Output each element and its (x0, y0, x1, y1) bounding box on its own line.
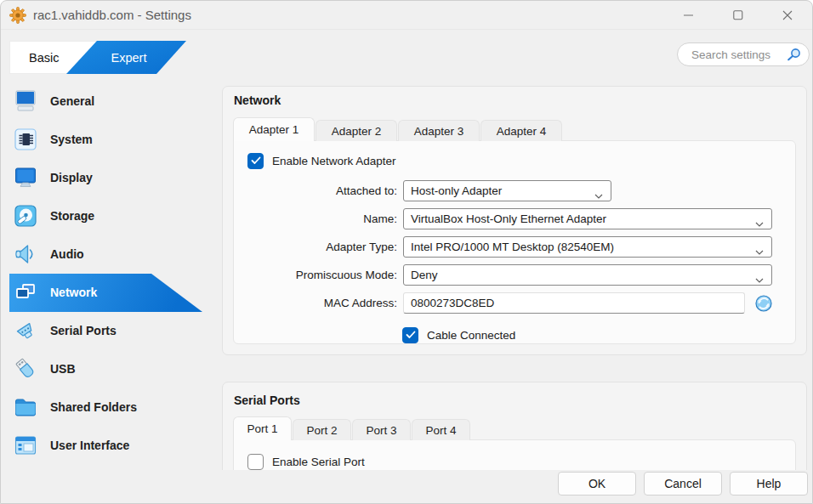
promiscuous-mode-select[interactable]: Deny (403, 264, 772, 286)
network-panel: Network Adapter 1 Adapter 2 Adapter 3 Ad… (222, 86, 807, 355)
tab-port-1[interactable]: Port 1 (233, 416, 292, 440)
close-button[interactable] (763, 1, 812, 30)
serial-panel-title: Serial Ports (234, 394, 300, 407)
sidebar-item-label: User Interface (50, 427, 129, 465)
cable-connected-label: Cable Connected (427, 329, 515, 342)
attached-to-label: Attached to: (247, 184, 397, 197)
minimize-button[interactable] (664, 1, 714, 30)
refresh-icon[interactable] (753, 292, 775, 314)
maximize-button[interactable] (714, 1, 763, 30)
sidebar-item-shared-folders[interactable]: Shared Folders (1, 388, 215, 427)
adapter-type-row: Adapter Type: Intel PRO/1000 MT Desktop … (247, 236, 795, 258)
chevron-down-icon (755, 245, 764, 258)
tab-expert-label: Expert (111, 51, 147, 65)
sidebar-item-label: Storage (50, 197, 94, 235)
window-title: rac1.vahiddb.com - Settings (33, 1, 191, 30)
sidebar-item-label: Network (50, 274, 97, 312)
serial-connector-icon (13, 318, 38, 343)
sidebar-item-label: General (50, 82, 94, 121)
name-row: Name: VirtualBox Host-Only Ethernet Adap… (247, 208, 795, 229)
sidebar-item-user-interface[interactable]: User Interface (1, 427, 215, 465)
sidebar: General System (1, 82, 215, 465)
sidebar-selected-highlight (9, 274, 205, 312)
help-button[interactable]: Help (730, 472, 808, 496)
sidebar-item-system[interactable]: System (1, 121, 215, 159)
mac-address-label: MAC Address: (247, 297, 397, 309)
sidebar-item-label: USB (50, 350, 76, 388)
network-screens-icon (13, 280, 38, 305)
network-panel-title: Network (234, 93, 281, 107)
tab-port-2[interactable]: Port 2 (293, 419, 351, 440)
sidebar-item-storage[interactable]: Storage (1, 197, 215, 235)
tab-adapter-4[interactable]: Adapter 4 (480, 120, 562, 141)
enable-serial-port-label: Enable Serial Port (272, 456, 365, 468)
name-select[interactable]: VirtualBox Host-Only Ethernet Adapter (403, 208, 772, 229)
usb-plug-icon (13, 356, 38, 382)
sidebar-item-label: Audio (50, 235, 84, 274)
enable-network-adapter-row: Enable Network Adapter (247, 151, 795, 170)
sidebar-item-serial-ports[interactable]: Serial Ports (1, 312, 215, 350)
magnifier-icon[interactable] (787, 48, 801, 65)
chevron-down-icon (755, 217, 764, 229)
enable-serial-port-checkbox[interactable] (247, 454, 264, 470)
name-label: Name: (247, 212, 397, 225)
titlebar: rac1.vahiddb.com - Settings (1, 1, 812, 30)
tab-adapter-1[interactable]: Adapter 1 (233, 117, 315, 141)
tab-port-4[interactable]: Port 4 (412, 419, 470, 440)
cable-connected-row: Cable Connected (402, 326, 795, 344)
enable-serial-port-row: Enable Serial Port (247, 452, 795, 471)
port-tabbar: Port 1 Port 2 Port 3 Port 4 (233, 416, 471, 440)
enable-network-adapter-checkbox[interactable] (247, 153, 264, 169)
display-monitor-icon (13, 165, 38, 190)
audio-speaker-icon (13, 241, 38, 267)
chevron-down-icon (594, 189, 603, 201)
sidebar-item-usb[interactable]: USB (1, 350, 215, 388)
tab-adapter-2[interactable]: Adapter 2 (316, 120, 397, 141)
sidebar-item-label: Serial Ports (50, 312, 117, 350)
storage-disk-icon (13, 203, 38, 229)
settings-window: rac1.vahiddb.com - Settings Basic Expert (0, 0, 813, 504)
tab-basic-label: Basic (29, 42, 59, 74)
mac-address-row: MAC Address: (247, 292, 795, 314)
sidebar-item-display[interactable]: Display (1, 159, 215, 197)
ok-button[interactable]: OK (558, 472, 636, 496)
adapter-tabbar: Adapter 1 Adapter 2 Adapter 3 Adapter 4 (233, 117, 563, 141)
sidebar-item-general[interactable]: General (1, 82, 215, 121)
search-input[interactable] (690, 44, 785, 65)
cancel-button[interactable]: Cancel (644, 472, 722, 496)
sidebar-item-audio[interactable]: Audio (1, 235, 215, 274)
adapter-type-label: Adapter Type: (247, 241, 397, 253)
sidebar-item-label: Display (50, 159, 93, 197)
window-ui-icon (13, 433, 38, 458)
enable-network-adapter-label: Enable Network Adapter (272, 155, 396, 167)
adapter-type-select[interactable]: Intel PRO/1000 MT Desktop (82540EM) (403, 236, 772, 258)
sidebar-item-label: System (50, 121, 93, 159)
promiscuous-mode-row: Promiscuous Mode: Deny (247, 264, 795, 286)
folder-icon (13, 394, 38, 420)
chevron-down-icon (755, 273, 764, 286)
search-box[interactable] (677, 42, 810, 66)
cable-connected-checkbox[interactable] (402, 327, 418, 343)
footer-buttonbar: OK Cancel Help (1, 470, 813, 504)
sidebar-item-network[interactable]: Network (1, 274, 215, 312)
system-chip-icon (13, 127, 38, 152)
gear-app-icon (9, 7, 26, 24)
adapter-1-content: Enable Network Adapter Attached to: Host… (233, 140, 796, 344)
tab-port-3[interactable]: Port 3 (352, 419, 411, 440)
attached-to-select[interactable]: Host-only Adapter (403, 180, 611, 201)
tab-adapter-3[interactable]: Adapter 3 (398, 120, 480, 141)
sidebar-item-label: Shared Folders (50, 388, 137, 427)
attached-to-row: Attached to: Host-only Adapter (247, 180, 795, 201)
mac-address-input[interactable] (403, 292, 745, 314)
general-monitor-icon (13, 88, 38, 114)
promiscuous-mode-label: Promiscuous Mode: (247, 269, 397, 281)
